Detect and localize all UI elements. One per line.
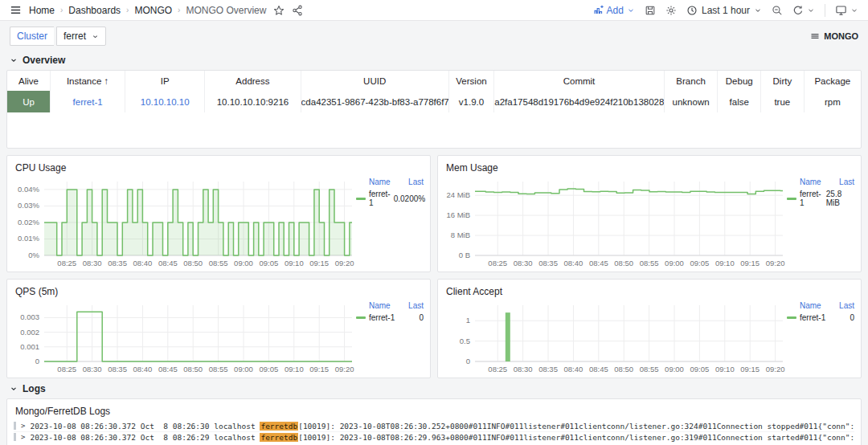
menu-hamburger-icon[interactable] <box>10 4 22 16</box>
svg-text:09:10: 09:10 <box>285 259 304 267</box>
panel-title[interactable]: Mongo/FerretDB Logs <box>7 399 861 418</box>
legend-series-name[interactable]: ferret-1 <box>800 313 825 322</box>
log-row[interactable]: >2023-10-08 08:26:30.372 Oct 8 08:26:30 … <box>14 421 854 431</box>
chevron-down-icon[interactable] <box>850 6 858 14</box>
svg-text:0.5: 0.5 <box>460 337 470 345</box>
column-header-version[interactable]: Version <box>448 71 494 91</box>
save-dashboard-icon[interactable] <box>645 5 656 16</box>
log-row[interactable]: >2023-10-08 08:26:30.372 Oct 8 08:26:29 … <box>14 431 854 442</box>
column-header-debug[interactable]: Debug <box>718 71 761 91</box>
column-header-uuid[interactable]: UUID <box>301 71 448 91</box>
column-header-package[interactable]: Package <box>804 71 861 91</box>
mem-usage-plot-area[interactable]: 08:2508:3008:3508:4008:4508:5008:5509:00… <box>438 175 787 269</box>
log-expand-arrow-icon[interactable]: > <box>21 421 25 431</box>
svg-text:1: 1 <box>466 316 470 325</box>
client-accept-plot-area[interactable]: 08:2508:3008:3508:4008:4508:5008:5509:00… <box>438 299 787 375</box>
svg-text:08:30: 08:30 <box>83 365 102 374</box>
chevron-down-icon <box>92 33 99 40</box>
breadcrumb-item[interactable]: MONGO <box>134 5 172 16</box>
svg-text:09:05: 09:05 <box>690 365 710 374</box>
client-accept-legend: NameLastferret-10 <box>787 299 861 375</box>
svg-text:08:35: 08:35 <box>538 259 558 267</box>
legend-name-header[interactable]: Name <box>369 178 391 186</box>
add-button[interactable]: Add <box>593 5 635 16</box>
legend-name-header[interactable]: Name <box>800 301 821 310</box>
table-cell-link[interactable]: 10.10.10.10 <box>125 91 205 112</box>
legend-name-header[interactable]: Name <box>369 301 391 310</box>
legend-last-header[interactable]: Last <box>839 301 854 310</box>
svg-text:08:55: 08:55 <box>640 365 659 374</box>
log-expand-arrow-icon[interactable]: > <box>21 432 25 442</box>
legend-series-name[interactable]: ferret-1 <box>800 190 823 207</box>
column-header-ip[interactable]: IP <box>125 71 205 91</box>
svg-text:0.003: 0.003 <box>20 312 39 321</box>
column-header-branch[interactable]: Branch <box>664 71 718 91</box>
legend-header[interactable]: NameLast <box>356 178 424 186</box>
panel-title[interactable]: QPS (5m) <box>7 280 430 299</box>
svg-text:08:30: 08:30 <box>514 365 533 374</box>
star-favorite-icon[interactable] <box>273 5 285 16</box>
svg-text:08:40: 08:40 <box>133 259 153 267</box>
legend-header[interactable]: NameLast <box>787 301 854 310</box>
legend-last-value: 0 <box>419 313 424 322</box>
svg-text:08:50: 08:50 <box>614 259 633 267</box>
table-cell-link[interactable]: ferret-1 <box>51 91 125 112</box>
svg-text:09:20: 09:20 <box>335 365 354 374</box>
monitor-kiosk-icon[interactable] <box>835 4 847 16</box>
qps-plot-area[interactable]: 08:2508:3008:3508:4008:4508:5008:5509:00… <box>7 299 356 375</box>
row-repeat-button-mongo[interactable]: MONGO <box>810 31 858 41</box>
legend-last-header[interactable]: Last <box>408 178 424 186</box>
legend-header[interactable]: NameLast <box>787 178 854 186</box>
section-title: Logs <box>23 383 46 394</box>
column-header-alive[interactable]: Alive <box>7 71 51 91</box>
refresh-button-group <box>792 5 815 16</box>
legend-last-value: 0.0200% <box>394 194 425 203</box>
legend-last-header[interactable]: Last <box>839 178 854 186</box>
column-header-instance[interactable]: Instance ↑ <box>51 71 125 91</box>
section-header-overview[interactable]: Overview <box>0 50 868 70</box>
svg-text:0: 0 <box>466 357 470 365</box>
add-button-label: Add <box>607 5 624 16</box>
legend-header[interactable]: NameLast <box>356 301 424 310</box>
row-menu-icon <box>810 31 820 41</box>
column-header-address[interactable]: Address <box>205 71 301 91</box>
time-range-picker[interactable]: Last 1 hour <box>686 5 762 16</box>
cpu-usage-plot-area[interactable]: 08:2508:3008:3508:4008:4508:5008:5509:00… <box>7 175 356 269</box>
refresh-icon[interactable] <box>792 5 804 16</box>
breadcrumb-item[interactable]: Home <box>29 5 55 16</box>
svg-text:08:25: 08:25 <box>57 365 76 374</box>
chevron-down-icon <box>627 6 635 14</box>
log-line-text: 2023-10-08 08:26:30.372 Oct 8 08:26:30 l… <box>30 421 854 431</box>
svg-text:09:05: 09:05 <box>260 365 279 374</box>
table-cell: v1.9.0 <box>448 91 494 112</box>
svg-text:08:40: 08:40 <box>564 259 583 267</box>
column-header-commit[interactable]: Commit <box>494 71 664 91</box>
svg-text:0%: 0% <box>28 251 39 259</box>
legend-series-name[interactable]: ferret-1 <box>369 313 395 322</box>
svg-text:09:10: 09:10 <box>285 365 304 374</box>
cluster-variable-dropdown[interactable]: ferret <box>56 27 106 46</box>
legend-name-header[interactable]: Name <box>800 178 821 186</box>
svg-text:08:50: 08:50 <box>614 365 633 374</box>
column-header-dirty[interactable]: Dirty <box>761 71 805 91</box>
series-color-dash-icon <box>356 198 366 200</box>
qps-5m--svg: 08:2508:3008:3508:4008:4508:5008:5509:00… <box>7 299 356 375</box>
svg-text:08:25: 08:25 <box>488 259 507 267</box>
panel-title[interactable]: Client Accept <box>438 280 861 299</box>
breadcrumb-item[interactable]: MONGO Overview <box>186 5 266 16</box>
panel-title[interactable]: Mem Usage <box>438 156 861 175</box>
breadcrumb-separator: › <box>126 6 129 14</box>
section-header-logs[interactable]: Logs <box>0 378 868 398</box>
zoom-out-time-icon[interactable] <box>772 5 783 16</box>
legend-series-name[interactable]: ferret-1 <box>369 190 391 207</box>
refresh-interval-chevron-icon[interactable] <box>807 6 815 14</box>
breadcrumb-item[interactable]: Dashboards <box>68 5 121 16</box>
legend-last-value: 25.8 MiB <box>826 190 854 207</box>
breadcrumb: Home›Dashboards›MONGO›MONGO Overview <box>29 5 266 16</box>
panel-title[interactable]: CPU Usage <box>7 156 430 175</box>
table-cell: 10.10.10.10:9216 <box>205 91 301 112</box>
legend-last-header[interactable]: Last <box>408 301 424 310</box>
dashboard-settings-gear-icon[interactable] <box>665 5 677 16</box>
share-icon[interactable] <box>292 5 303 16</box>
cluster-variable-value: ferret <box>63 31 86 42</box>
